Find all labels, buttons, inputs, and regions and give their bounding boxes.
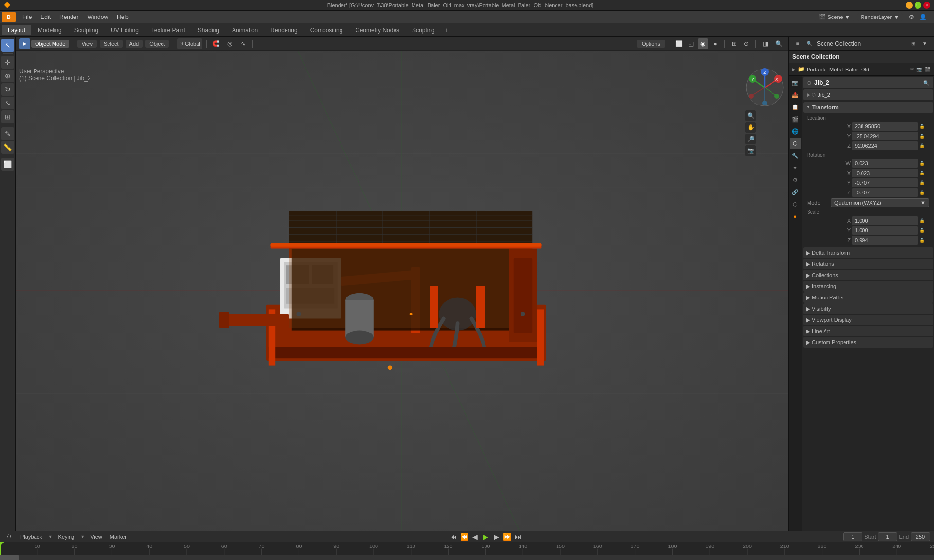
vp-zoom-btn[interactable]: 🔎 <box>745 134 756 144</box>
visibility-section[interactable]: ▶ Visibility <box>803 303 933 314</box>
rot-y-lock[interactable]: 🔒 <box>919 180 929 185</box>
prop-render-icon[interactable]: 📷 <box>790 77 801 88</box>
add-workspace-button[interactable]: + <box>442 25 451 35</box>
viewport-object-btn[interactable]: Object <box>145 40 169 48</box>
render-icon-outliner[interactable]: 🎬 <box>924 67 930 72</box>
loc-x-lock[interactable]: 🔒 <box>919 124 929 129</box>
topbar-icon-2[interactable]: 👤 <box>917 12 928 22</box>
timeline-scrollbar-thumb[interactable] <box>0 555 19 560</box>
loc-z-value[interactable]: 92.06224 <box>852 141 918 150</box>
menu-help[interactable]: Help <box>113 13 133 21</box>
viewport-canvas[interactable]: User Perspective (1) Scene Collection | … <box>16 51 788 531</box>
viewport-display-section[interactable]: ▶ Viewport Display <box>803 315 933 325</box>
tool-move[interactable]: ⊕ <box>1 70 14 82</box>
proportional-falloff-icon[interactable]: ∿ <box>238 38 249 49</box>
options-button[interactable]: Options <box>637 40 665 48</box>
tool-rotate[interactable]: ↻ <box>1 83 14 96</box>
prop-data-icon[interactable]: ⬡ <box>790 198 801 210</box>
play-btn[interactable]: ▶ <box>482 532 490 541</box>
show-overlays-btn[interactable]: ⊞ <box>729 38 739 49</box>
proportional-edit-icon[interactable]: ◎ <box>224 38 235 49</box>
start-frame-input[interactable]: 1 <box>878 532 897 541</box>
playback-menu[interactable]: Playback <box>18 533 44 541</box>
collections-section[interactable]: ▶ Collections <box>803 270 933 280</box>
object-mode-btn[interactable]: Object Mode <box>31 40 69 48</box>
rot-x-value[interactable]: -0.023 <box>852 169 918 177</box>
eye-icon[interactable]: 👁 <box>910 67 915 72</box>
tool-add-cube[interactable]: ⬜ <box>1 158 14 171</box>
loc-y-value[interactable]: -25.04294 <box>852 132 918 140</box>
tool-transform[interactable]: ⊞ <box>1 110 14 123</box>
transform-pivot-btn[interactable]: ⊙ Global <box>177 38 202 49</box>
tab-modeling[interactable]: Modeling <box>32 25 68 35</box>
nav-gizmo[interactable]: X Y Z <box>745 68 784 107</box>
topbar-icon-1[interactable]: ⚙ <box>906 12 916 22</box>
scene-selector[interactable]: 🎬 Scene ▼ <box>815 13 854 21</box>
timeline-scrubber-area[interactable]: 1 10 20 30 40 50 60 <box>0 542 934 560</box>
scale-x-lock[interactable]: 🔒 <box>919 218 929 223</box>
custom-properties-section[interactable]: ▶ Custom Properties <box>803 337 933 348</box>
outliner-filter-icon[interactable]: ⊞ <box>908 38 918 49</box>
menu-file[interactable]: File <box>18 13 36 21</box>
prop-output-icon[interactable]: 📤 <box>790 89 801 101</box>
scale-y-lock[interactable]: 🔒 <box>919 228 929 233</box>
step-fwd-btn[interactable]: ▶ <box>492 532 501 541</box>
tab-animation[interactable]: Animation <box>226 25 264 35</box>
scale-x-value[interactable]: 1.000 <box>852 216 918 225</box>
vp-camera-btn[interactable]: 📷 <box>745 145 756 156</box>
scale-z-value[interactable]: 0.994 <box>852 236 918 245</box>
rot-x-lock[interactable]: 🔒 <box>919 171 929 175</box>
tab-texture-paint[interactable]: Texture Paint <box>145 25 191 35</box>
tab-geometry-nodes[interactable]: Geometry Nodes <box>349 25 405 35</box>
tab-layout[interactable]: Layout <box>2 25 31 35</box>
show-gizmo-btn[interactable]: ⊙ <box>741 38 752 49</box>
vp-hand-btn[interactable]: ✋ <box>745 122 756 133</box>
transform-section-header[interactable]: ▼ Transform <box>803 102 933 113</box>
rot-z-value[interactable]: -0.707 <box>852 188 918 197</box>
timeline-view-menu[interactable]: View <box>89 533 104 541</box>
tab-scripting[interactable]: Scripting <box>406 25 441 35</box>
maximize-button[interactable]: □ <box>915 2 921 9</box>
prop-physics-icon[interactable]: ⚙ <box>790 174 801 186</box>
tool-measure[interactable]: 📏 <box>1 141 14 154</box>
outliner-filter-btn[interactable]: ≡ <box>792 38 803 49</box>
end-frame-input[interactable]: 250 <box>911 532 930 541</box>
camera-icon-outliner[interactable]: 📷 <box>916 67 922 72</box>
menu-window[interactable]: Window <box>83 13 112 21</box>
outliner-search-btn[interactable]: 🔍 <box>804 38 815 49</box>
vp-search-btn[interactable]: 🔍 <box>745 110 756 121</box>
viewport-display-wire[interactable]: ◱ <box>685 38 696 49</box>
keying-menu[interactable]: Keying <box>56 533 77 541</box>
prop-modifier-icon[interactable]: 🔧 <box>790 150 801 161</box>
next-frame-btn[interactable]: ⏩ <box>503 532 512 541</box>
minimize-button[interactable]: − <box>906 2 913 9</box>
blender-logo-btn[interactable]: B <box>2 12 16 22</box>
prop-particles-icon[interactable]: ✦ <box>790 162 801 174</box>
snap-icon[interactable]: 🧲 <box>211 38 221 49</box>
outliner-item-portable-baler[interactable]: ▶ 📁 Portable_Metal_Baler_Old 👁 📷 🎬 <box>789 63 934 76</box>
render-layer-selector[interactable]: RenderLayer ▼ <box>857 13 903 21</box>
relations-section[interactable]: ▶ Relations <box>803 259 933 269</box>
jump-end-btn[interactable]: ⏭ <box>514 532 522 541</box>
tab-uv-editing[interactable]: UV Editing <box>105 25 144 35</box>
timeline-scrollbar[interactable] <box>0 555 934 560</box>
tab-rendering[interactable]: Rendering <box>265 25 303 35</box>
step-back-btn[interactable]: ◀ <box>471 532 480 541</box>
scale-z-lock[interactable]: 🔒 <box>919 238 929 243</box>
current-frame-input[interactable]: 1 <box>843 532 862 541</box>
rot-y-value[interactable]: -0.707 <box>852 178 918 187</box>
delta-transform-section[interactable]: ▶ Delta Transform <box>803 247 933 258</box>
tab-shading[interactable]: Shading <box>192 25 225 35</box>
viewport-mode-icon[interactable]: ▶ <box>19 38 30 49</box>
prop-scene-icon[interactable]: 🎬 <box>790 113 801 125</box>
object-name-search[interactable]: 🔍 <box>923 80 929 86</box>
line-art-section[interactable]: ▶ Line Art <box>803 326 933 336</box>
viewport-select-btn[interactable]: Select <box>100 40 123 48</box>
viewport-display-material[interactable]: ◉ <box>698 38 708 49</box>
prop-world-icon[interactable]: 🌐 <box>790 125 801 137</box>
tool-annotate[interactable]: ✎ <box>1 127 14 140</box>
jump-start-btn[interactable]: ⏮ <box>449 532 458 541</box>
rot-w-lock[interactable]: 🔒 <box>919 161 929 166</box>
prev-frame-btn[interactable]: ⏪ <box>460 532 469 541</box>
menu-render[interactable]: Render <box>55 13 82 21</box>
